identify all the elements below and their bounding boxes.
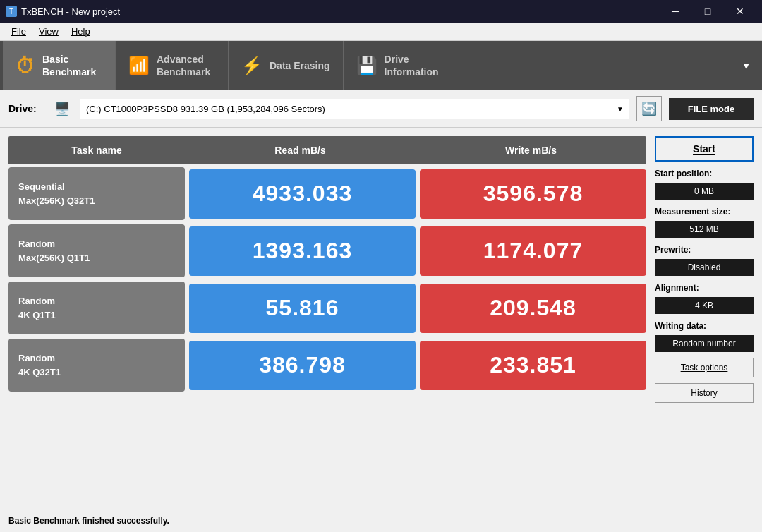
- advanced-benchmark-label: Advanced Benchmark: [157, 53, 210, 78]
- start-position-value: 0 MB: [655, 183, 754, 200]
- read-value-random-4k-q1: 55.816: [189, 284, 416, 333]
- data-erasing-icon: ⚡: [241, 56, 262, 75]
- task-options-button[interactable]: Task options: [655, 358, 754, 377]
- drive-select-wrapper: (C:) CT1000P3PSSD8 931.39 GB (1,953,284,…: [80, 99, 629, 119]
- read-value-random-256k: 1393.163: [189, 226, 416, 276]
- alignment-value: 4 KB: [655, 297, 754, 314]
- history-button[interactable]: History: [655, 383, 754, 403]
- table-row: Random 4K Q1T1 55.816 209.548: [8, 282, 646, 334]
- refresh-icon: 🔄: [641, 101, 657, 116]
- minimize-button[interactable]: ─: [659, 0, 691, 23]
- task-name-random-4k-q32: Random 4K Q32T1: [8, 339, 185, 392]
- write-value-random-4k-q32: 233.851: [420, 341, 646, 390]
- task-name-sequential: Sequential Max(256K) Q32T1: [8, 167, 185, 220]
- title-bar: T TxBENCH - New project ─ □ ✕: [0, 0, 762, 23]
- tab-advanced-benchmark[interactable]: 📶 Advanced Benchmark: [116, 41, 229, 90]
- alignment-label: Alignment:: [655, 283, 754, 293]
- basic-benchmark-icon: ⏱: [16, 54, 35, 78]
- drive-information-icon: 💾: [356, 56, 377, 75]
- right-sidebar: Start Start position: 0 MB Measurement s…: [655, 136, 754, 503]
- drive-icon: 🖥️: [54, 101, 70, 116]
- start-position-label: Start position:: [655, 169, 754, 179]
- table-row: Random Max(256K) Q1T1 1393.163 1174.077: [8, 224, 646, 277]
- menu-view[interactable]: View: [33, 24, 64, 39]
- status-bar: Basic Benchmark finished successfully.: [0, 512, 762, 529]
- title-bar-text: TxBENCH - New project: [21, 6, 120, 17]
- measurement-size-label: Measurement size:: [655, 207, 754, 217]
- menu-help[interactable]: Help: [66, 24, 96, 39]
- close-button[interactable]: ✕: [724, 0, 756, 23]
- writing-data-value: Random number: [655, 335, 754, 352]
- data-erasing-label: Data Erasing: [270, 59, 330, 72]
- maximize-button[interactable]: □: [691, 0, 724, 23]
- drive-label: Drive:: [8, 103, 47, 114]
- drive-bar: Drive: 🖥️ (C:) CT1000P3PSSD8 931.39 GB (…: [0, 90, 762, 128]
- drive-information-label: Drive Information: [385, 53, 439, 78]
- title-bar-controls: ─ □ ✕: [659, 0, 756, 23]
- write-value-random-256k: 1174.077: [420, 226, 646, 276]
- main-content: Task name Read mB/s Write mB/s Sequentia…: [0, 128, 762, 512]
- table-header: Task name Read mB/s Write mB/s: [8, 136, 646, 164]
- writing-data-label: Writing data:: [655, 321, 754, 331]
- menu-bar: File View Help: [0, 23, 762, 41]
- app-icon: T: [6, 6, 17, 17]
- benchmark-table: Task name Read mB/s Write mB/s Sequentia…: [8, 136, 646, 503]
- title-bar-left: T TxBENCH - New project: [6, 6, 120, 17]
- tab-basic-benchmark[interactable]: ⏱ Basic Benchmark: [3, 41, 116, 90]
- read-value-random-4k-q32: 386.798: [189, 341, 416, 390]
- write-value-sequential: 3596.578: [420, 169, 646, 219]
- table-row: Random 4K Q32T1 386.798 233.851: [8, 339, 646, 392]
- menu-file[interactable]: File: [6, 24, 32, 39]
- tab-drive-information[interactable]: 💾 Drive Information: [344, 41, 456, 90]
- prewrite-label: Prewrite:: [655, 245, 754, 255]
- write-value-random-4k-q1: 209.548: [420, 284, 646, 333]
- task-name-random-256k: Random Max(256K) Q1T1: [8, 224, 185, 277]
- read-value-sequential: 4933.033: [189, 169, 416, 219]
- header-task-name: Task name: [8, 142, 185, 159]
- advanced-benchmark-icon: 📶: [128, 56, 150, 75]
- prewrite-value: Disabled: [655, 259, 754, 276]
- header-read: Read mB/s: [185, 142, 416, 159]
- toolbar: ⏱ Basic Benchmark 📶 Advanced Benchmark ⚡…: [0, 41, 762, 90]
- tab-data-erasing[interactable]: ⚡ Data Erasing: [229, 41, 344, 90]
- basic-benchmark-label: Basic Benchmark: [42, 53, 96, 78]
- task-name-random-4k-q1: Random 4K Q1T1: [8, 282, 185, 334]
- start-button[interactable]: Start: [655, 136, 754, 162]
- measurement-size-value: 512 MB: [655, 221, 754, 238]
- status-text: Basic Benchmark finished successfully.: [8, 516, 169, 526]
- header-write: Write mB/s: [416, 142, 646, 159]
- refresh-drive-button[interactable]: 🔄: [636, 96, 662, 121]
- file-mode-button[interactable]: FILE mode: [669, 98, 754, 120]
- dropdown-arrow-icon: ▼: [742, 61, 751, 71]
- drive-select[interactable]: (C:) CT1000P3PSSD8 931.39 GB (1,953,284,…: [80, 99, 629, 119]
- table-row: Sequential Max(256K) Q32T1 4933.033 3596…: [8, 167, 646, 220]
- toolbar-dropdown[interactable]: ▼: [733, 41, 759, 90]
